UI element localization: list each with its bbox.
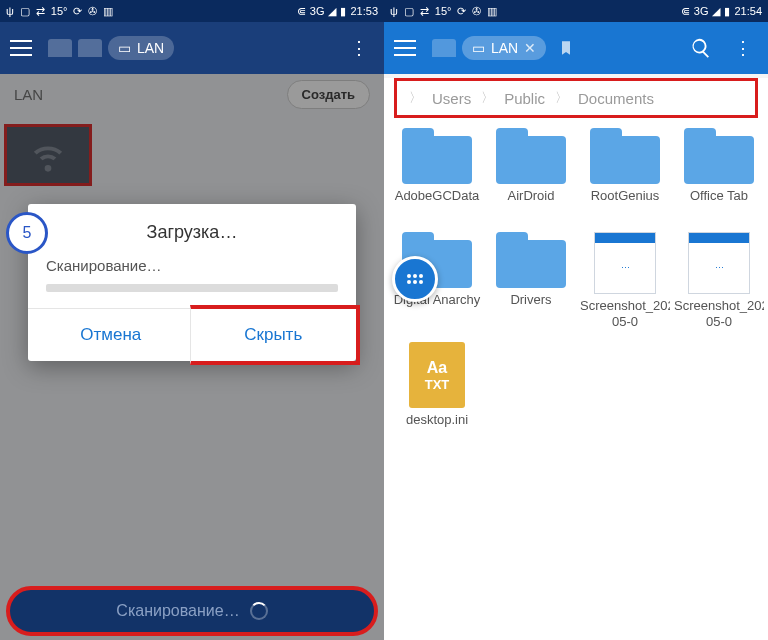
countdown-badge: 5 bbox=[6, 212, 48, 254]
refresh-icon: ⟳ bbox=[457, 5, 466, 18]
file-label: Office Tab bbox=[674, 188, 764, 222]
file-grid: AdobeGCDataAirDroidRootGeniusOffice TabD… bbox=[384, 118, 768, 456]
menu-button[interactable] bbox=[394, 35, 424, 61]
loading-dialog: Загрузка… Сканирование… Отмена Скрыть bbox=[28, 204, 356, 361]
refresh-icon: ⟳ bbox=[73, 5, 82, 18]
chevron-right-icon: 〉 bbox=[481, 89, 494, 107]
breadcrumb: 〉 Users 〉 Public 〉 Documents bbox=[394, 78, 758, 118]
network-type: 3G bbox=[694, 5, 709, 17]
usb-icon: ψ bbox=[6, 5, 14, 18]
cleaner-icon: ✇ bbox=[88, 5, 97, 18]
file-label: desktop.ini bbox=[392, 412, 482, 446]
tab-lan[interactable]: ▭ LAN bbox=[108, 36, 174, 60]
file-label: AirDroid bbox=[486, 188, 576, 222]
folder-icon bbox=[684, 128, 754, 184]
cancel-button[interactable]: Отмена bbox=[28, 309, 194, 361]
chevron-right-icon: 〉 bbox=[409, 89, 422, 107]
network-type: 3G bbox=[310, 5, 325, 17]
signal-icon: ◢ bbox=[712, 5, 720, 18]
sync-icon: ⇄ bbox=[420, 5, 429, 18]
tab-inactive[interactable] bbox=[78, 39, 102, 57]
tab-label: LAN bbox=[137, 40, 164, 56]
progress-bar bbox=[46, 284, 338, 292]
wifi-icon: ⋐ bbox=[681, 5, 690, 18]
clock: 21:54 bbox=[734, 5, 762, 17]
file-item[interactable]: ⋯Screenshot_2020-05-0 bbox=[672, 228, 766, 336]
bookmark-icon[interactable] bbox=[558, 40, 574, 56]
overflow-menu[interactable]: ⋮ bbox=[344, 37, 374, 59]
image-icon: ▢ bbox=[20, 5, 30, 18]
app-bar: ▭ LAN ✕ ⋮ bbox=[384, 22, 768, 74]
file-label: RootGenius bbox=[580, 188, 670, 222]
breadcrumb-item[interactable]: Documents bbox=[578, 90, 654, 107]
signal-icon: ◢ bbox=[328, 5, 336, 18]
file-item[interactable]: Office Tab bbox=[672, 124, 766, 226]
menu-button[interactable] bbox=[10, 35, 40, 61]
lan-icon: ▭ bbox=[118, 40, 131, 56]
battery-icon: ▮ bbox=[724, 5, 730, 18]
file-label: Drivers bbox=[486, 292, 576, 326]
cleaner-icon: ✇ bbox=[472, 5, 481, 18]
status-bar: ψ ▢ ⇄ 15° ⟳ ✇ ▥ ⋐ 3G ◢ ▮ 21:54 bbox=[384, 0, 768, 22]
battery-icon: ▮ bbox=[340, 5, 346, 18]
scan-button[interactable]: Сканирование… bbox=[6, 586, 378, 636]
lan-icon: ▭ bbox=[472, 40, 485, 56]
usb-icon: ψ bbox=[390, 5, 398, 18]
chevron-right-icon: 〉 bbox=[555, 89, 568, 107]
file-label: Screenshot_2020-05-0 bbox=[580, 298, 670, 332]
file-label: AdobeGCData bbox=[392, 188, 482, 222]
breadcrumb-item[interactable]: Users bbox=[432, 90, 471, 107]
image-thumbnail: ⋯ bbox=[688, 232, 750, 294]
wifi-icon: ⋐ bbox=[297, 5, 306, 18]
tab-inactive[interactable] bbox=[48, 39, 72, 57]
bars-icon: ▥ bbox=[103, 5, 113, 18]
image-icon: ▢ bbox=[404, 5, 414, 18]
bars-icon: ▥ bbox=[487, 5, 497, 18]
dialog-title: Загрузка… bbox=[46, 222, 338, 243]
tab-label: LAN bbox=[491, 40, 518, 56]
scan-label: Сканирование… bbox=[116, 602, 239, 620]
tab-lan[interactable]: ▭ LAN ✕ bbox=[462, 36, 546, 60]
floating-apps-badge[interactable] bbox=[392, 256, 438, 302]
folder-icon bbox=[496, 232, 566, 288]
clock: 21:53 bbox=[350, 5, 378, 17]
txt-file-icon: AaTXT bbox=[409, 342, 465, 408]
file-item[interactable]: AdobeGCData bbox=[390, 124, 484, 226]
folder-icon bbox=[402, 128, 472, 184]
spinner-icon bbox=[250, 602, 268, 620]
dialog-status: Сканирование… bbox=[46, 257, 338, 274]
temperature: 15° bbox=[435, 5, 452, 18]
app-bar: ▭ LAN ⋮ bbox=[0, 22, 384, 74]
file-item[interactable]: Drivers bbox=[484, 228, 578, 336]
image-thumbnail: ⋯ bbox=[594, 232, 656, 294]
phone-left: ψ ▢ ⇄ 15° ⟳ ✇ ▥ ⋐ 3G ◢ ▮ 21:53 bbox=[0, 0, 384, 640]
overflow-menu[interactable]: ⋮ bbox=[728, 37, 758, 59]
file-item[interactable]: AaTXTdesktop.ini bbox=[390, 338, 484, 450]
file-item[interactable]: AirDroid bbox=[484, 124, 578, 226]
folder-icon bbox=[590, 128, 660, 184]
file-label: Screenshot_2020-05-0 bbox=[674, 298, 764, 332]
hide-button[interactable]: Скрыть bbox=[190, 305, 361, 365]
temperature: 15° bbox=[51, 5, 68, 18]
breadcrumb-item[interactable]: Public bbox=[504, 90, 545, 107]
tab-inactive[interactable] bbox=[432, 39, 456, 57]
search-icon[interactable] bbox=[690, 37, 712, 59]
file-item[interactable]: ⋯Screenshot_2020-05-0 bbox=[578, 228, 672, 336]
close-tab-icon[interactable]: ✕ bbox=[524, 40, 536, 56]
sync-icon: ⇄ bbox=[36, 5, 45, 18]
folder-icon bbox=[496, 128, 566, 184]
phone-right: ψ ▢ ⇄ 15° ⟳ ✇ ▥ ⋐ 3G ◢ ▮ 21:54 bbox=[384, 0, 768, 640]
status-bar: ψ ▢ ⇄ 15° ⟳ ✇ ▥ ⋐ 3G ◢ ▮ 21:53 bbox=[0, 0, 384, 22]
file-item[interactable]: RootGenius bbox=[578, 124, 672, 226]
